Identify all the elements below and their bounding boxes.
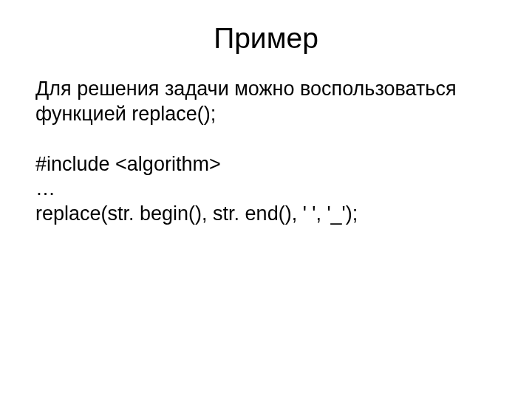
intro-paragraph: Для решения задачи можно воспользоваться… xyxy=(35,77,497,127)
slide-title: Пример xyxy=(35,22,497,55)
code-line-1: #include <algorithm> xyxy=(35,152,497,177)
code-line-2: … xyxy=(35,177,497,202)
code-line-3: replace(str. begin(), str. end(), ' ', '… xyxy=(35,202,497,227)
slide-container: Пример Для решения задачи можно воспольз… xyxy=(0,0,532,399)
slide-body: Для решения задачи можно воспользоваться… xyxy=(35,77,497,227)
